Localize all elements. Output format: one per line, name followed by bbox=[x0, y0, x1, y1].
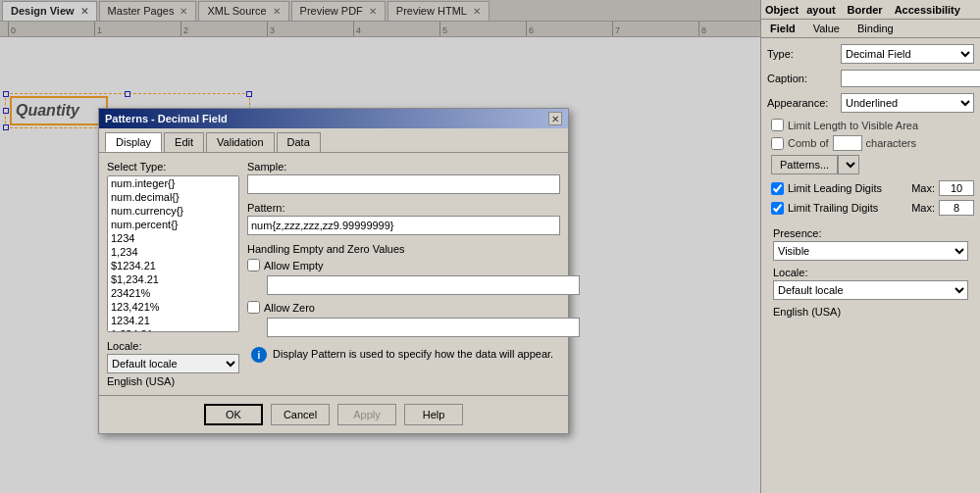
allow-zero-sub-input[interactable] bbox=[267, 318, 580, 337]
modal-tab-validation[interactable]: Validation bbox=[206, 132, 275, 152]
comb-row: Comb of characters bbox=[767, 135, 974, 151]
type-label: Type: bbox=[767, 48, 841, 60]
limit-leading-max-label: Max: bbox=[911, 182, 935, 194]
allow-zero-checkbox[interactable] bbox=[247, 301, 260, 314]
ok-button[interactable]: OK bbox=[204, 404, 263, 425]
panel-tabs: Field Value Binding bbox=[761, 20, 980, 38]
empty-zero-label: Handling Empty and Zero Values bbox=[247, 243, 560, 255]
type-option-6[interactable]: $1234.21 bbox=[108, 259, 238, 272]
limit-leading-row: Limit Leading Digits Max: bbox=[767, 180, 974, 196]
panel-border-label: Border bbox=[848, 4, 883, 16]
cancel-button[interactable]: Cancel bbox=[271, 404, 330, 425]
info-box: i Display Pattern is used to specify how… bbox=[247, 343, 560, 367]
help-button[interactable]: Help bbox=[404, 404, 463, 425]
type-option-5[interactable]: 1,234 bbox=[108, 245, 238, 259]
presence-label: Presence: bbox=[773, 227, 968, 239]
comb-checkbox[interactable] bbox=[771, 137, 784, 150]
limit-trailing-max-label: Max: bbox=[911, 202, 935, 214]
pattern-input[interactable] bbox=[247, 216, 560, 235]
limit-length-checkbox[interactable] bbox=[771, 119, 784, 131]
info-text: Display Pattern is used to specify how t… bbox=[273, 347, 553, 362]
limit-length-label: Limit Length to Visible Area bbox=[788, 120, 918, 131]
patterns-dropdown[interactable]: ▼ bbox=[838, 155, 859, 174]
limit-trailing-max-input[interactable] bbox=[939, 200, 974, 216]
type-option-3[interactable]: num.percent{} bbox=[108, 218, 238, 231]
modal-body: Select Type: num.integer{} num.decimal{}… bbox=[99, 153, 568, 395]
modal-locale-section: Locale: Default locale English (USA) bbox=[107, 340, 239, 387]
select-type-label: Select Type: bbox=[107, 161, 239, 173]
characters-label: characters bbox=[866, 137, 916, 149]
modal-close-button[interactable]: ✕ bbox=[548, 112, 562, 125]
modal-locale-label: Locale: bbox=[107, 340, 239, 352]
panel-tab-value[interactable]: Value bbox=[804, 20, 849, 37]
panel-tab-field[interactable]: Field bbox=[761, 20, 804, 37]
panel-accessibility-label: Accessibility bbox=[895, 4, 960, 16]
type-option-9[interactable]: 123,421% bbox=[108, 300, 238, 314]
type-row: Type: Decimal Field bbox=[767, 44, 974, 64]
allow-empty-row: Allow Empty bbox=[247, 259, 560, 271]
limit-trailing-checkbox[interactable] bbox=[771, 202, 784, 215]
type-option-11[interactable]: 1,234.21 bbox=[108, 327, 238, 332]
patterns-row: Patterns... ▼ bbox=[767, 155, 974, 174]
limit-length-row: Limit Length to Visible Area bbox=[767, 119, 974, 131]
locale-select[interactable]: Default locale bbox=[773, 280, 968, 300]
sample-input[interactable] bbox=[247, 174, 560, 194]
limit-leading-label: Limit Leading Digits bbox=[788, 182, 911, 194]
allow-zero-label: Allow Zero bbox=[264, 302, 315, 314]
comb-label: Comb of bbox=[788, 137, 829, 149]
patterns-modal: Patterns - Decimal Field ✕ Display Edit … bbox=[98, 108, 569, 434]
panel-title: Object bbox=[765, 4, 799, 16]
type-option-0[interactable]: num.integer{} bbox=[108, 176, 238, 190]
type-option-1[interactable]: num.decimal{} bbox=[108, 190, 238, 204]
type-option-10[interactable]: 1234.21 bbox=[108, 314, 238, 327]
modal-titlebar: Patterns - Decimal Field ✕ bbox=[99, 109, 568, 128]
info-icon: i bbox=[251, 347, 267, 363]
appearance-select[interactable]: Underlined bbox=[841, 93, 974, 113]
allow-zero-row: Allow Zero bbox=[247, 301, 560, 314]
modal-title: Patterns - Decimal Field bbox=[105, 113, 228, 124]
allow-empty-sub-input[interactable] bbox=[267, 275, 580, 295]
modal-tabs: Display Edit Validation Data bbox=[99, 128, 568, 153]
type-option-4[interactable]: 1234 bbox=[108, 231, 238, 245]
locale-text: English (USA) bbox=[773, 306, 968, 318]
presence-section: Presence: Visible Locale: Default locale… bbox=[767, 227, 974, 325]
modal-footer: OK Cancel Apply Help bbox=[99, 395, 568, 433]
type-list[interactable]: num.integer{} num.decimal{} num.currency… bbox=[107, 175, 239, 332]
type-option-7[interactable]: $1,234.21 bbox=[108, 272, 238, 286]
type-select[interactable]: Decimal Field bbox=[841, 44, 974, 64]
modal-locale-text: English (USA) bbox=[107, 375, 239, 387]
comb-count-input[interactable] bbox=[833, 135, 862, 151]
modal-left: Select Type: num.integer{} num.decimal{}… bbox=[107, 161, 239, 387]
appearance-row: Appearance: Underlined bbox=[767, 93, 974, 113]
limit-leading-max-input[interactable] bbox=[939, 180, 974, 196]
limit-leading-checkbox[interactable] bbox=[771, 182, 784, 195]
type-option-2[interactable]: num.currency{} bbox=[108, 204, 238, 218]
panel-tab-binding[interactable]: Binding bbox=[849, 20, 903, 37]
caption-input[interactable] bbox=[841, 70, 980, 87]
locale-label: Locale: bbox=[773, 267, 968, 278]
modal-tab-edit[interactable]: Edit bbox=[164, 132, 204, 152]
allow-empty-checkbox[interactable] bbox=[247, 259, 260, 271]
limit-trailing-row: Limit Trailing Digits Max: bbox=[767, 200, 974, 216]
sample-label: Sample: bbox=[247, 161, 560, 173]
appearance-label: Appearance: bbox=[767, 97, 841, 109]
modal-tab-data[interactable]: Data bbox=[277, 132, 321, 152]
modal-locale-select[interactable]: Default locale bbox=[107, 354, 239, 373]
right-panel: Object ayout Border Accessibility Field … bbox=[760, 0, 980, 493]
modal-right: Sample: Pattern: Handling Empty and Zero… bbox=[247, 161, 560, 387]
panel-header: Object ayout Border Accessibility bbox=[761, 0, 980, 20]
pattern-label: Pattern: bbox=[247, 202, 560, 214]
caption-row: Caption: bbox=[767, 70, 974, 87]
caption-label: Caption: bbox=[767, 73, 841, 84]
modal-tab-display[interactable]: Display bbox=[105, 132, 162, 152]
presence-select[interactable]: Visible bbox=[773, 241, 968, 261]
limit-trailing-label: Limit Trailing Digits bbox=[788, 202, 911, 214]
panel-field-content: Type: Decimal Field Caption: Appearance:… bbox=[761, 38, 980, 331]
apply-button[interactable]: Apply bbox=[337, 404, 396, 425]
patterns-button[interactable]: Patterns... bbox=[771, 155, 838, 174]
type-option-8[interactable]: 23421% bbox=[108, 286, 238, 300]
allow-empty-label: Allow Empty bbox=[264, 260, 324, 271]
panel-layout-label: ayout bbox=[806, 4, 835, 16]
